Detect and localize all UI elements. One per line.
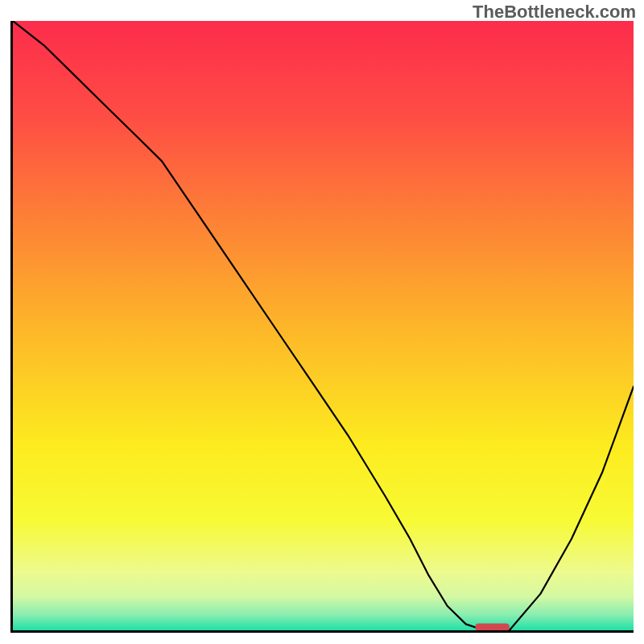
optimal-range-marker — [475, 624, 509, 631]
plot-frame — [10, 21, 634, 633]
gradient-background — [13, 21, 634, 630]
plot-svg — [13, 21, 634, 630]
chart-container: TheBottleneck.com — [0, 0, 644, 644]
watermark-text: TheBottleneck.com — [473, 2, 636, 23]
